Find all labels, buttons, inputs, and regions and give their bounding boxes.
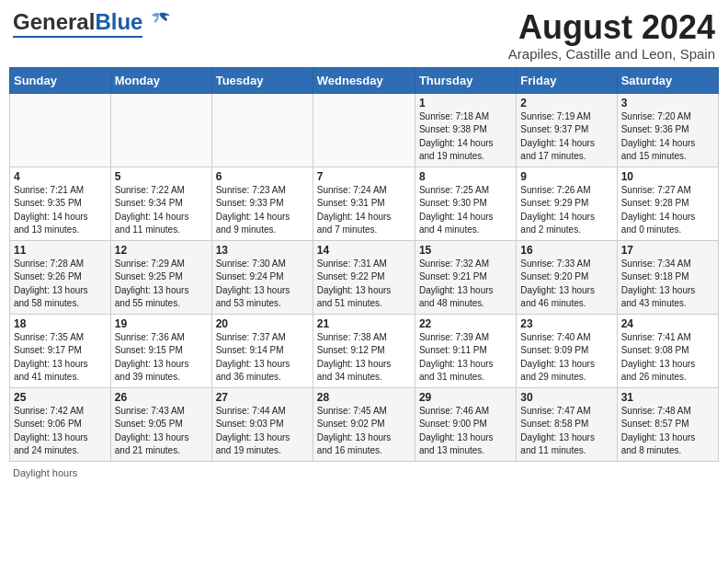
day-info: Sunrise: 7:21 AM Sunset: 9:35 PM Dayligh… <box>14 184 107 237</box>
calendar-day-cell: 16Sunrise: 7:33 AM Sunset: 9:20 PM Dayli… <box>517 240 617 314</box>
calendar-day-cell: 6Sunrise: 7:23 AM Sunset: 9:33 PM Daylig… <box>211 167 313 240</box>
calendar-day-cell <box>10 93 111 167</box>
calendar-day-header: Thursday <box>415 67 516 93</box>
day-number: 6 <box>216 170 309 183</box>
calendar-table: SundayMondayTuesdayWednesdayThursdayFrid… <box>9 67 719 462</box>
day-number: 11 <box>14 244 107 257</box>
calendar-day-cell: 2Sunrise: 7:19 AM Sunset: 9:37 PM Daylig… <box>517 93 617 167</box>
calendar-week-row: 1Sunrise: 7:18 AM Sunset: 9:38 PM Daylig… <box>10 93 719 167</box>
day-info: Sunrise: 7:42 AM Sunset: 9:06 PM Dayligh… <box>14 405 107 458</box>
calendar-day-cell <box>313 93 415 167</box>
day-info: Sunrise: 7:26 AM Sunset: 9:29 PM Dayligh… <box>520 184 612 237</box>
day-info: Sunrise: 7:19 AM Sunset: 9:37 PM Dayligh… <box>520 110 612 164</box>
calendar-day-cell: 3Sunrise: 7:20 AM Sunset: 9:36 PM Daylig… <box>617 93 718 167</box>
day-number: 29 <box>419 391 512 404</box>
calendar-day-cell: 28Sunrise: 7:45 AM Sunset: 9:02 PM Dayli… <box>313 387 415 461</box>
day-info: Sunrise: 7:30 AM Sunset: 9:24 PM Dayligh… <box>216 258 309 311</box>
day-number: 18 <box>14 317 107 330</box>
day-number: 7 <box>317 170 411 183</box>
day-number: 9 <box>520 170 612 183</box>
calendar-day-cell: 30Sunrise: 7:47 AM Sunset: 8:58 PM Dayli… <box>517 387 617 461</box>
calendar-week-row: 11Sunrise: 7:28 AM Sunset: 9:26 PM Dayli… <box>10 240 719 314</box>
calendar-day-cell: 21Sunrise: 7:38 AM Sunset: 9:12 PM Dayli… <box>313 314 415 387</box>
day-info: Sunrise: 7:27 AM Sunset: 9:28 PM Dayligh… <box>621 184 714 237</box>
day-number: 23 <box>520 317 612 330</box>
logo-bird-icon <box>146 12 172 36</box>
calendar-day-header: Saturday <box>617 67 718 93</box>
calendar-day-cell: 27Sunrise: 7:44 AM Sunset: 9:03 PM Dayli… <box>211 387 313 461</box>
day-info: Sunrise: 7:29 AM Sunset: 9:25 PM Dayligh… <box>115 258 208 311</box>
day-number: 26 <box>115 391 208 404</box>
calendar-day-cell: 31Sunrise: 7:48 AM Sunset: 8:57 PM Dayli… <box>617 387 718 461</box>
title-block: August 2024 Arapiles, Castille and Leon,… <box>508 9 715 62</box>
day-number: 14 <box>317 244 411 257</box>
calendar-header-row: SundayMondayTuesdayWednesdayThursdayFrid… <box>10 67 719 93</box>
calendar-week-row: 4Sunrise: 7:21 AM Sunset: 9:35 PM Daylig… <box>10 167 719 240</box>
calendar-day-header: Tuesday <box>211 67 313 93</box>
day-number: 19 <box>115 317 208 330</box>
day-info: Sunrise: 7:38 AM Sunset: 9:12 PM Dayligh… <box>317 331 411 385</box>
day-info: Sunrise: 7:24 AM Sunset: 9:31 PM Dayligh… <box>317 184 411 237</box>
day-info: Sunrise: 7:48 AM Sunset: 8:57 PM Dayligh… <box>621 405 714 458</box>
calendar-day-header: Friday <box>517 67 617 93</box>
day-info: Sunrise: 7:46 AM Sunset: 9:00 PM Dayligh… <box>419 405 512 458</box>
footer: Daylight hours <box>9 467 719 478</box>
calendar-day-cell: 14Sunrise: 7:31 AM Sunset: 9:22 PM Dayli… <box>313 240 415 314</box>
day-number: 24 <box>621 317 714 330</box>
day-info: Sunrise: 7:41 AM Sunset: 9:08 PM Dayligh… <box>621 331 714 385</box>
calendar-day-cell <box>211 93 313 167</box>
logo-text: GeneralBlue <box>13 9 142 35</box>
calendar-day-cell: 18Sunrise: 7:35 AM Sunset: 9:17 PM Dayli… <box>10 314 111 387</box>
day-number: 28 <box>317 391 411 404</box>
logo: GeneralBlue <box>13 9 172 39</box>
day-number: 20 <box>216 317 309 330</box>
day-number: 17 <box>621 244 714 257</box>
day-number: 8 <box>419 170 512 183</box>
calendar-day-cell: 15Sunrise: 7:32 AM Sunset: 9:21 PM Dayli… <box>415 240 516 314</box>
day-number: 12 <box>115 244 208 257</box>
calendar-day-cell: 8Sunrise: 7:25 AM Sunset: 9:30 PM Daylig… <box>415 167 516 240</box>
day-info: Sunrise: 7:31 AM Sunset: 9:22 PM Dayligh… <box>317 258 411 311</box>
day-number: 10 <box>621 170 714 183</box>
calendar-day-cell: 29Sunrise: 7:46 AM Sunset: 9:00 PM Dayli… <box>415 387 516 461</box>
day-number: 27 <box>216 391 309 404</box>
calendar-day-cell: 25Sunrise: 7:42 AM Sunset: 9:06 PM Dayli… <box>10 387 111 461</box>
day-number: 22 <box>419 317 512 330</box>
calendar-day-cell: 26Sunrise: 7:43 AM Sunset: 9:05 PM Dayli… <box>110 387 211 461</box>
day-info: Sunrise: 7:44 AM Sunset: 9:03 PM Dayligh… <box>216 405 309 458</box>
day-info: Sunrise: 7:23 AM Sunset: 9:33 PM Dayligh… <box>216 184 309 237</box>
day-info: Sunrise: 7:39 AM Sunset: 9:11 PM Dayligh… <box>419 331 512 385</box>
day-number: 2 <box>520 97 612 109</box>
calendar-day-cell: 10Sunrise: 7:27 AM Sunset: 9:28 PM Dayli… <box>617 167 718 240</box>
calendar-day-cell: 4Sunrise: 7:21 AM Sunset: 9:35 PM Daylig… <box>10 167 111 240</box>
calendar-day-cell: 20Sunrise: 7:37 AM Sunset: 9:14 PM Dayli… <box>211 314 313 387</box>
calendar-day-header: Wednesday <box>313 67 415 93</box>
month-year-title: August 2024 <box>508 9 715 46</box>
location-subtitle: Arapiles, Castille and Leon, Spain <box>508 46 715 62</box>
day-info: Sunrise: 7:36 AM Sunset: 9:15 PM Dayligh… <box>115 331 208 385</box>
day-info: Sunrise: 7:43 AM Sunset: 9:05 PM Dayligh… <box>115 405 208 458</box>
day-number: 16 <box>520 244 612 257</box>
day-info: Sunrise: 7:22 AM Sunset: 9:34 PM Dayligh… <box>115 184 208 237</box>
day-number: 25 <box>14 391 107 404</box>
calendar-week-row: 18Sunrise: 7:35 AM Sunset: 9:17 PM Dayli… <box>10 314 719 387</box>
day-info: Sunrise: 7:34 AM Sunset: 9:18 PM Dayligh… <box>621 258 714 311</box>
calendar-day-cell: 7Sunrise: 7:24 AM Sunset: 9:31 PM Daylig… <box>313 167 415 240</box>
day-info: Sunrise: 7:40 AM Sunset: 9:09 PM Dayligh… <box>520 331 612 385</box>
day-number: 1 <box>419 97 512 109</box>
day-number: 5 <box>115 170 208 183</box>
day-info: Sunrise: 7:25 AM Sunset: 9:30 PM Dayligh… <box>419 184 512 237</box>
logo-blue: Blue <box>95 9 142 34</box>
calendar-day-cell: 12Sunrise: 7:29 AM Sunset: 9:25 PM Dayli… <box>110 240 211 314</box>
calendar-day-cell: 19Sunrise: 7:36 AM Sunset: 9:15 PM Dayli… <box>110 314 211 387</box>
day-number: 4 <box>14 170 107 183</box>
calendar-day-cell <box>110 93 211 167</box>
day-info: Sunrise: 7:18 AM Sunset: 9:38 PM Dayligh… <box>419 110 512 164</box>
calendar-day-cell: 1Sunrise: 7:18 AM Sunset: 9:38 PM Daylig… <box>415 93 516 167</box>
calendar-day-cell: 22Sunrise: 7:39 AM Sunset: 9:11 PM Dayli… <box>415 314 516 387</box>
day-number: 13 <box>216 244 309 257</box>
day-info: Sunrise: 7:32 AM Sunset: 9:21 PM Dayligh… <box>419 258 512 311</box>
calendar-day-header: Sunday <box>10 67 111 93</box>
day-number: 21 <box>317 317 411 330</box>
calendar-day-cell: 17Sunrise: 7:34 AM Sunset: 9:18 PM Dayli… <box>617 240 718 314</box>
